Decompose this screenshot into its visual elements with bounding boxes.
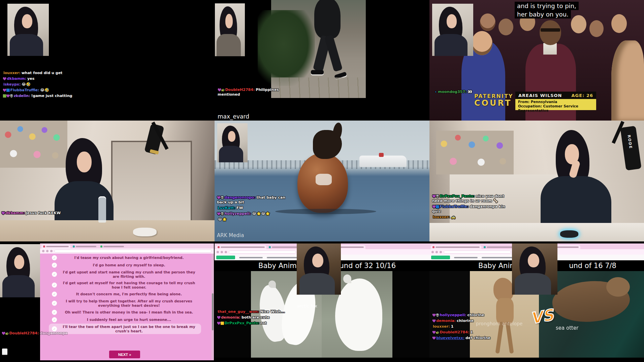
- chat-badge-icons: 🟩💜👽: [3, 94, 13, 98]
- chat-text: rot: [260, 321, 266, 325]
- browser-tab[interactable]: [431, 245, 481, 249]
- checkmark-icon: ✓: [52, 283, 57, 288]
- site-menu-button[interactable]: [216, 256, 235, 259]
- quiz-option[interactable]: ✓I'd get upset at myself for not having …: [49, 280, 201, 290]
- next-button[interactable]: NEXT »: [109, 351, 140, 358]
- streamer-face: [14, 255, 24, 269]
- webcam-overlay: [0, 244, 40, 297]
- address-bar[interactable]: [229, 251, 296, 254]
- chat-text: 1: [470, 330, 473, 334]
- streamer-body: [299, 273, 335, 295]
- chat-badge-icons: 💜🐢: [218, 88, 224, 92]
- site-nav-link[interactable]: [239, 257, 263, 258]
- chat-message: 💜🐢DoubleH2784:danganronpa: [2, 331, 69, 336]
- chat-badge-icons: 💜: [1, 211, 5, 215]
- chat-badge-icons: 💜🟦: [3, 89, 9, 92]
- refresh-button[interactable]: [225, 251, 227, 253]
- streamer-body: [219, 146, 243, 162]
- christmas-tree: [258, 10, 315, 86]
- show-logo: PATERNITY COURT: [474, 94, 513, 107]
- back-button[interactable]: [217, 251, 219, 253]
- chat-badge-icons: 💜🟨: [217, 322, 224, 325]
- checkmark-icon: ✓: [52, 272, 57, 277]
- animal-name-label: sea otter: [556, 325, 578, 331]
- chat-username: DoubleH2784:: [225, 88, 255, 92]
- runner-hoodie: [314, 0, 341, 38]
- chat-overlay: 💜🐢DoubleH2784:Philippines mentioned: [218, 88, 295, 97]
- rgb-mouse: [560, 230, 578, 238]
- chat-text: 1: [451, 324, 454, 329]
- browser-tab[interactable]: [99, 244, 126, 249]
- guest-occupation: Occupation: Customer Service Representat…: [518, 104, 593, 113]
- site-nav-link[interactable]: [482, 257, 514, 258]
- chat-message: louxxer:1: [432, 324, 505, 329]
- checkmark-icon: ✓: [52, 317, 57, 322]
- tab-favicon: [73, 245, 75, 248]
- glasses: [541, 28, 560, 32]
- tab-title-placeholder: [103, 246, 124, 247]
- chat-username: LuvKatt:: [218, 206, 235, 210]
- chat-username: iskeypx:: [3, 82, 21, 87]
- quiz-option[interactable]: ✓I suddenly feel an urge to hurt someone…: [49, 316, 201, 323]
- chat-overlay: 💜dkbamm:jesus fuck KEKW: [1, 211, 82, 216]
- chat-message: 🟩💜👽zkdelin:!game just chatting: [3, 94, 90, 98]
- quiz-option-label: I'll tear the two of them apart just so …: [60, 325, 198, 333]
- scrollbar-thumb[interactable]: [212, 293, 214, 330]
- quiz-option[interactable]: ✓I'd get upset and start name calling my…: [49, 269, 201, 279]
- microphone: RODE: [620, 126, 641, 170]
- computer-mouse: [133, 228, 157, 236]
- quiz-option[interactable]: ✓It doesn't concern me, I'm perfectly fi…: [49, 291, 201, 298]
- quiz-option[interactable]: ✓I'd go home and cry myself to sleep.: [49, 262, 201, 269]
- site-nav-link[interactable]: [267, 257, 299, 258]
- chat-message: 💜dkbamm:yes: [3, 76, 90, 81]
- chat-message: 💜👽DrPxxPxx_Pants:nico you dont need more…: [432, 194, 513, 203]
- chat-message: louxxer:🚕: [432, 215, 513, 220]
- address-bar[interactable]: [444, 251, 511, 254]
- running-video-frame: [271, 0, 366, 98]
- browser-tab[interactable]: [71, 244, 98, 249]
- quiz-option[interactable]: ✓I'd tease my crush about having a girlf…: [49, 254, 201, 261]
- chat-message: 💜dkbamm:jesus fuck KEKW: [1, 211, 82, 216]
- back-button[interactable]: [42, 250, 44, 252]
- quiz-option[interactable]: ✓Oh well! There is other money in the se…: [49, 309, 201, 316]
- buoy-marking: [316, 174, 332, 185]
- tab-favicon: [218, 246, 220, 248]
- forward-button[interactable]: [436, 251, 438, 253]
- chat-username: bluevelvetxx:: [436, 336, 464, 340]
- browser-tab[interactable]: [216, 245, 266, 249]
- bracket-title-right: und of 16 7/8: [569, 260, 616, 271]
- chat-message: 💜🟨DrPxxPxx_Pants:rot: [217, 321, 291, 326]
- paternity-lower-third: PATERNITY COURT AREAIS WILSON AGE: 26 Fr…: [474, 92, 602, 112]
- site-nav-link[interactable]: [454, 257, 478, 258]
- chat-emotes: 😂⭐: [218, 217, 227, 222]
- scrollbar[interactable]: [212, 254, 214, 360]
- refresh-button[interactable]: [50, 250, 53, 252]
- chat-emotes: 😂⭐😂⭐: [252, 211, 270, 216]
- streamer-body: [2, 275, 35, 297]
- bracket-title-right: und of 32 10/16: [340, 260, 396, 271]
- audience-member: [611, 14, 627, 33]
- streamer-body: [10, 34, 43, 56]
- quiz-option-label: I'd get upset at myself for not having t…: [60, 281, 198, 289]
- chat-username: hollyzeppeli:: [224, 211, 251, 216]
- uquiz-page: ✓I'd tease my crush about having a girlf…: [40, 254, 214, 360]
- forward-button[interactable]: [46, 250, 49, 252]
- browser-tab[interactable]: [41, 244, 70, 249]
- refresh-button[interactable]: [440, 251, 442, 253]
- forward-button[interactable]: [221, 251, 223, 253]
- chat-badge-icons: 💜🐢: [432, 331, 439, 334]
- address-bar[interactable]: [54, 250, 212, 253]
- quiz-option[interactable]: ✓I will try to help them get together. A…: [49, 298, 201, 308]
- back-button[interactable]: [431, 251, 434, 253]
- chat-message: 💜👽hollyzeppeli:😂⭐😂⭐: [217, 211, 294, 216]
- chat-message: 😂⭐: [217, 217, 294, 222]
- guest-info-bar: From: Pennsylvania Occupation: Customer …: [515, 99, 596, 110]
- checkmark-icon: ✓: [52, 292, 57, 297]
- plushie-shelf: [436, 131, 514, 174]
- otter-head: [606, 277, 630, 297]
- quiz-option-selected[interactable]: ✓I'll tear the two of them apart just so…: [49, 324, 201, 334]
- site-menu-button[interactable]: [431, 256, 450, 259]
- water-bottle: [98, 196, 106, 223]
- chat-username: FlubbaTruffle:: [10, 88, 39, 92]
- chat-emote: 🚕: [451, 215, 456, 219]
